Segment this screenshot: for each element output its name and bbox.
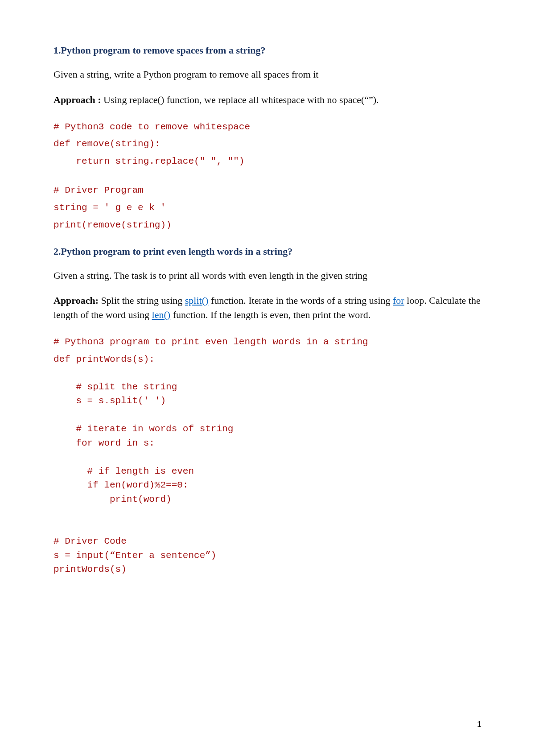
q2-approach-text-a: Split the string using (99, 295, 185, 306)
q2-approach-label: Approach: (54, 295, 99, 306)
page-number: 1 (477, 720, 482, 729)
q1-approach: Approach : Using replace() function, we … (54, 93, 482, 107)
document-page: 1.Python program to remove spaces from a… (0, 0, 535, 615)
q1-code-block-a: # Python3 code to remove whitespace def … (54, 119, 482, 171)
q2-code-block-b: # split the string s = s.split(' ') # it… (54, 380, 482, 577)
q2-approach-text-b: function. Iterate in the words of a stri… (208, 295, 393, 306)
q2-intro: Given a string. The task is to print all… (54, 269, 482, 282)
link-len[interactable]: len() (152, 309, 171, 320)
q1-heading: 1.Python program to remove spaces from a… (54, 45, 482, 56)
q2-approach-text-d: function. If the length is even, then pr… (170, 309, 370, 320)
link-for[interactable]: for (393, 295, 404, 306)
q2-approach: Approach: Split the string using split()… (54, 293, 482, 322)
q1-code-block-b: # Driver Program string = ' g e e k ' pr… (54, 182, 482, 234)
link-split[interactable]: split() (185, 295, 209, 306)
q1-approach-text: Using replace() function, we replace all… (101, 94, 379, 105)
q1-approach-label: Approach : (54, 94, 101, 105)
q1-intro: Given a string, write a Python program t… (54, 68, 482, 81)
q2-heading: 2.Python program to print even length wo… (54, 246, 482, 257)
q2-code-block-a: # Python3 program to print even length w… (54, 334, 482, 368)
